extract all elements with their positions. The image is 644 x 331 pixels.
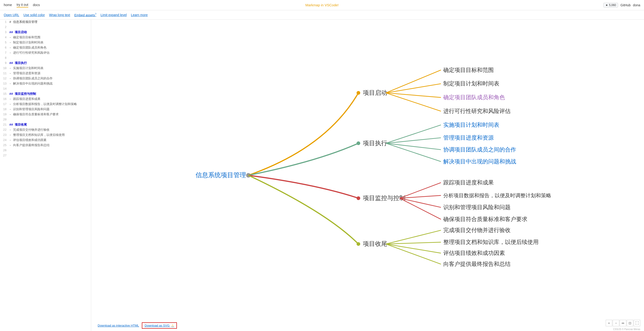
editor-line: 8	[0, 55, 91, 61]
branch4-child2: 整理项目文档和知识库，以便后续使用	[443, 239, 538, 245]
branch4-label: 项目收尾	[363, 240, 387, 247]
star-icon: ★	[606, 3, 608, 7]
fullscreen-button[interactable]: ⛶	[634, 320, 640, 326]
donate-link[interactable]: dona	[633, 3, 640, 7]
line-content: - 确保项目符合质量标准和客户要求	[8, 112, 91, 117]
branch4-child1-line	[386, 230, 441, 244]
line-number: 6	[0, 45, 8, 50]
nav-try-it-out[interactable]: try it out	[16, 3, 28, 7]
line-content: - 确定项目目标和范围	[8, 35, 91, 40]
branch3-child3: 识别和管理项目风险和问题	[443, 204, 510, 210]
line-number: 10	[0, 66, 8, 71]
editor-line: 11- 管理项目进度和资源	[0, 71, 91, 76]
line-number: 13	[0, 81, 8, 86]
line-number: 17	[0, 102, 8, 107]
branch4-child4: 向客户提供最终报告和总结	[443, 261, 510, 267]
branch4-child4-line	[386, 244, 441, 264]
editor-line: 9## 项目执行	[0, 61, 91, 66]
embed-assets-button[interactable]: Embed assets?	[74, 13, 96, 17]
branch4-child2-line	[386, 242, 441, 244]
branch1-child3: 确定项目团队成员和角色	[443, 94, 505, 100]
line-content	[8, 55, 91, 61]
nav-docs[interactable]: docs	[33, 3, 40, 7]
branch2-child3: 协调项目团队成员之间的合作	[443, 147, 516, 153]
editor-line: 13- 解决项目中出现的问题和挑战	[0, 81, 91, 86]
editor-line: 12- 协调项目团队成员之间的合作	[0, 76, 91, 81]
branch2-label: 项目执行	[363, 140, 387, 146]
limit-expand-level-button[interactable]: Limit expand level	[100, 13, 127, 17]
line-content: ## 项目收尾	[8, 122, 91, 127]
branch3-path	[248, 175, 358, 198]
line-number: 1	[0, 19, 8, 25]
line-number: 14	[0, 86, 8, 91]
branch1-label: 项目启动	[363, 89, 387, 96]
bottom-bar: Download as interactive HTML Download as…	[91, 322, 644, 329]
nav-right: ★ 5,060 GitHub dona	[603, 3, 640, 7]
nav-vscode-link[interactable]: Markmap in VSCode!	[306, 3, 339, 7]
line-content: - 确定项目团队成员和角色	[8, 45, 91, 50]
editor-line: 21## 项目收尾	[0, 122, 91, 127]
line-content: - 完成项目交付物并进行验收	[8, 127, 91, 133]
open-url-button[interactable]: Open URL	[4, 13, 19, 17]
wrap-long-text-button[interactable]: Wrap long text	[49, 13, 70, 17]
editor-line: 25- 向客户提供最终报告和总结	[0, 143, 91, 148]
download-html-button[interactable]: Download as interactive HTML	[95, 322, 142, 329]
editor-line: 18- 识别和管理项目风险和问题	[0, 107, 91, 112]
line-content: - 识别和管理项目风险和问题	[8, 107, 91, 112]
copyright-text: CSS/JS © Pancras Weras	[613, 328, 640, 331]
line-number: 23	[0, 133, 8, 138]
fit-page-button[interactable]: ⊡	[627, 320, 633, 326]
branch4-path	[248, 175, 358, 244]
editor-line: 16- 跟踪项目进度和成果	[0, 97, 91, 102]
branch4-node	[356, 242, 360, 246]
download-svg-button[interactable]: Download as SVG ⚠	[142, 322, 177, 329]
zoom-in-button[interactable]: +	[606, 320, 612, 326]
editor-panel[interactable]: 1# 信息系统项目管理23## 项目启动4- 确定项目目标和范围5- 制定项目计…	[0, 19, 91, 331]
line-number: 27	[0, 153, 8, 158]
editor-line: 7- 进行可行性研究和风险评估	[0, 50, 91, 55]
line-number: 24	[0, 138, 8, 143]
mindmap-svg[interactable]: 信息系统项目管理 项目启动 确定项目目标和范围 制定项目计划和时间表 确定项目团…	[91, 19, 644, 331]
branch3-child4: 确保项目符合质量标准和客户要求	[443, 216, 528, 222]
branch2-path	[248, 143, 358, 175]
line-number: 25	[0, 143, 8, 148]
branch3-child2: 分析项目数据和报告，以便及时调整计划和策略	[443, 193, 551, 198]
line-content: - 评估项目绩效和成功因素	[8, 138, 91, 143]
line-content: ## 项目监控与控制	[8, 91, 91, 97]
github-link[interactable]: GitHub	[620, 3, 631, 7]
line-number: 3	[0, 30, 8, 35]
editor-line: 4- 确定项目目标和范围	[0, 35, 91, 40]
line-number: 19	[0, 112, 8, 117]
toolbar: Open URL Use solid color Wrap long text …	[0, 10, 644, 19]
line-number: 2	[0, 25, 8, 30]
fit-width-button[interactable]: ⇔	[620, 320, 626, 326]
nav-home[interactable]: home	[4, 3, 12, 7]
warning-icon: ⚠	[171, 324, 174, 327]
branch4-child1: 完成项目交付物并进行验收	[443, 227, 510, 233]
editor-line: 22- 完成项目交付物并进行验收	[0, 127, 91, 133]
learn-more-button[interactable]: Learn more	[131, 13, 148, 17]
line-number: 18	[0, 107, 8, 112]
zoom-out-button[interactable]: −	[613, 320, 619, 326]
branch2-child1: 实施项目计划和时间表	[443, 122, 499, 128]
branch3-node	[356, 196, 360, 200]
editor-line: 3## 项目启动	[0, 30, 91, 35]
branch4-child3: 评估项目绩效和成功因素	[443, 250, 505, 256]
star-button[interactable]: ★ 5,060	[603, 3, 618, 7]
use-solid-color-button[interactable]: Use solid color	[23, 13, 45, 17]
line-number: 26	[0, 148, 8, 153]
editor-line: 27	[0, 153, 91, 158]
branch1-node	[356, 91, 360, 95]
line-content: - 跟踪项目进度和成果	[8, 97, 91, 102]
embed-assets-superscript: ?	[95, 13, 96, 15]
editor-line: 5- 制定项目计划和时间表	[0, 40, 91, 45]
line-content	[8, 153, 91, 158]
branch1-child3-line	[386, 93, 441, 98]
line-content: - 解决项目中出现的问题和挑战	[8, 81, 91, 86]
editor-line: 1# 信息系统项目管理	[0, 19, 91, 25]
line-content: # 信息系统项目管理	[8, 19, 91, 25]
line-content: - 管理项目进度和资源	[8, 71, 91, 76]
editor-line: 20	[0, 117, 91, 122]
editor-line: 10- 实施项目计划和时间表	[0, 66, 91, 71]
editor-line: 26	[0, 148, 91, 153]
